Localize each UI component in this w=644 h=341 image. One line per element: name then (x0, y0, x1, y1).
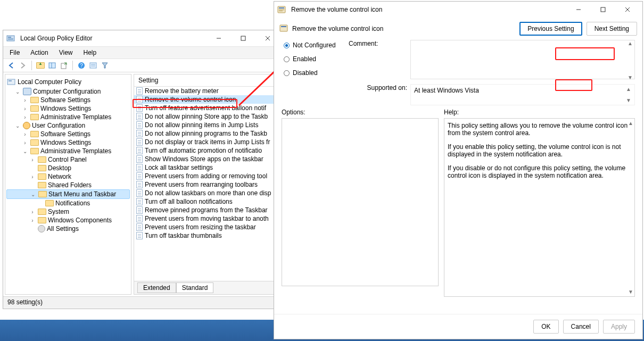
menu-file[interactable]: File (5, 48, 24, 57)
radio-enabled[interactable]: Enabled (282, 54, 345, 64)
collapse-icon[interactable]: ⌄ (14, 123, 21, 129)
policy-row[interactable]: Do not display or track items in Jump Li… (134, 138, 280, 146)
policy-tree[interactable]: Local Computer Policy ⌄Computer Configur… (5, 74, 131, 295)
tree-user-config[interactable]: ⌄User Configuration (6, 121, 130, 130)
supported-scroll-up-icon[interactable]: ▲ (626, 87, 631, 92)
dlg-titlebar[interactable]: Remove the volume control icon (274, 2, 642, 18)
tree-item[interactable]: Desktop (6, 164, 130, 172)
column-setting[interactable]: Setting (134, 74, 280, 86)
tree-item[interactable]: ›Software Settings (6, 130, 130, 138)
tree-item[interactable]: Shared Folders (6, 181, 130, 189)
menu-view[interactable]: View (55, 48, 77, 57)
collapse-icon[interactable]: ⌄ (29, 192, 37, 197)
cancel-button[interactable]: Cancel (563, 320, 599, 334)
tree-item[interactable]: ›Software Settings (6, 96, 130, 104)
policy-row[interactable]: Prevent users from resizing the taskbar (134, 223, 280, 231)
gpeditor-window: Local Group Policy Editor File Action Vi… (3, 30, 283, 309)
menu-help[interactable]: Help (79, 48, 101, 57)
expand-icon[interactable]: › (21, 106, 29, 112)
next-setting-button[interactable]: Next Setting (587, 22, 637, 36)
ok-button[interactable]: OK (533, 320, 558, 334)
tree-root[interactable]: Local Computer Policy (6, 77, 130, 87)
policy-row[interactable]: Do not allow taskbars on more than one d… (134, 189, 280, 197)
gpe-titlebar[interactable]: Local Group Policy Editor (3, 30, 283, 46)
supported-scroll-down-icon[interactable]: ▼ (626, 98, 631, 103)
tree-item[interactable]: ›Windows Settings (6, 138, 130, 147)
expand-icon[interactable]: › (21, 131, 29, 137)
textarea-scroll-down-icon[interactable]: ▼ (628, 75, 633, 80)
folder-icon (45, 200, 54, 206)
tree-item[interactable]: ›Control Panel (6, 155, 130, 164)
textarea-scroll-up-icon[interactable]: ▲ (628, 41, 633, 46)
menu-action[interactable]: Action (26, 48, 52, 57)
tree-item[interactable]: ›Windows Settings (6, 104, 130, 113)
previous-setting-button[interactable]: Previous Setting (519, 22, 582, 36)
expand-icon[interactable]: › (29, 174, 36, 180)
help-box[interactable]: This policy setting allows you to remove… (444, 118, 635, 297)
policy-row[interactable]: Remove the volume control icon (134, 95, 280, 104)
filter-options-icon[interactable] (88, 61, 98, 70)
tree-item[interactable]: All Settings (6, 224, 130, 233)
policy-row[interactable]: Prevent users from rearranging toolbars (134, 180, 280, 189)
help-paragraph: This policy setting allows you to remove… (448, 122, 631, 137)
policy-row[interactable]: Show Windows Store apps on the taskbar (134, 155, 280, 163)
policy-row[interactable]: Lock all taskbar settings (134, 163, 280, 172)
radio-icon (284, 56, 290, 62)
up-folder-icon[interactable]: ▲ (36, 61, 45, 70)
list-header[interactable]: Setting (134, 74, 280, 87)
policy-row[interactable]: Do not allow pinning items in Jump Lists (134, 121, 280, 129)
dlg-minimize-button[interactable] (567, 2, 590, 17)
tree-computer-config[interactable]: ⌄Computer Configuration (6, 87, 130, 96)
radio-not-configured[interactable]: Not Configured (282, 40, 345, 51)
tree-item[interactable]: ›Windows Components (6, 216, 130, 224)
tree-item[interactable]: ›Administrative Templates (6, 113, 130, 121)
svg-rect-1 (8, 37, 11, 38)
gpe-maximize-button[interactable] (232, 31, 255, 46)
policy-row[interactable]: Prevent users from adding or removing to… (134, 172, 280, 180)
tab-standard[interactable]: Standard (176, 282, 214, 293)
tree-item[interactable]: ⌄Administrative Templates (6, 147, 130, 155)
tab-extended[interactable]: Extended (137, 282, 176, 293)
policy-row[interactable]: Turn off taskbar thumbnails (134, 231, 280, 240)
policy-row[interactable]: Turn off all balloon notifications (134, 197, 280, 206)
policy-row[interactable]: Remove the battery meter (134, 87, 280, 95)
expand-icon[interactable]: › (29, 157, 36, 163)
expand-icon[interactable]: › (29, 209, 36, 215)
tree-item[interactable]: Notifications (6, 199, 130, 207)
collapse-icon[interactable]: ⌄ (14, 89, 21, 95)
policy-row[interactable]: Do not allow pinning Store app to the Ta… (134, 112, 280, 121)
show-pane-icon[interactable] (47, 61, 57, 70)
expand-icon[interactable]: › (21, 97, 29, 103)
gear-icon (38, 225, 45, 232)
dlg-maximize-button[interactable] (591, 2, 615, 17)
policy-row[interactable]: Prevent users from moving taskbar to ano… (134, 214, 280, 223)
policy-row-label: Do not allow taskbars on more than one d… (145, 189, 271, 197)
gpe-minimize-button[interactable] (207, 31, 230, 46)
policy-list[interactable]: Setting Remove the battery meterRemove t… (134, 74, 281, 295)
expand-icon[interactable]: › (29, 218, 36, 223)
tree-item[interactable]: ›System (6, 207, 130, 216)
back-icon[interactable] (6, 61, 16, 70)
comment-textarea[interactable] (410, 40, 635, 79)
collapse-icon[interactable]: ⌄ (21, 148, 29, 154)
funnel-icon[interactable] (100, 61, 110, 70)
help-icon[interactable]: ? (77, 61, 86, 70)
expand-icon[interactable]: › (21, 140, 29, 146)
dlg-close-button[interactable] (616, 2, 639, 17)
apply-button[interactable]: Apply (603, 320, 635, 334)
policy-row[interactable]: Turn off feature advertisement balloon n… (134, 104, 280, 112)
tree-item[interactable]: ›Network (6, 172, 130, 181)
policy-row[interactable]: Do not allow pinning programs to the Tas… (134, 129, 280, 138)
forward-icon[interactable] (18, 61, 28, 70)
tree-start-menu-taskbar[interactable]: ⌄Start Menu and Taskbar (6, 189, 130, 199)
export-icon[interactable] (59, 61, 69, 70)
svg-rect-13 (90, 63, 96, 68)
policy-row[interactable]: Turn off automatic promotion of notifica… (134, 146, 280, 155)
policy-row[interactable]: Remove pinned programs from the Taskbar (134, 206, 280, 214)
policy-row-label: Do not allow pinning programs to the Tas… (145, 130, 267, 137)
help-scroll-up-icon[interactable]: ▲ (628, 121, 633, 126)
radio-disabled[interactable]: Disabled (282, 68, 345, 78)
policy-item-icon (136, 181, 143, 188)
help-scroll-down-icon[interactable]: ▼ (628, 289, 633, 294)
expand-icon[interactable]: › (21, 114, 29, 120)
